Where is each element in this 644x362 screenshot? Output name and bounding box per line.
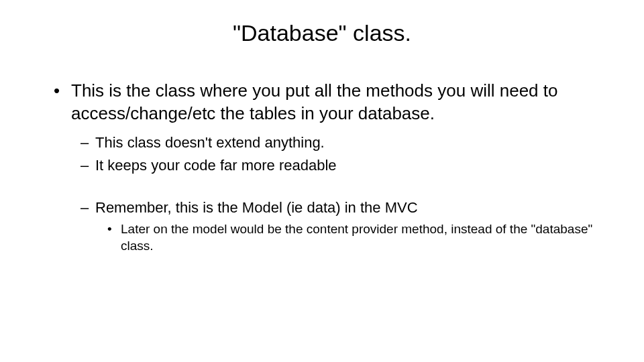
bullet-main: This is the class where you put all the … — [54, 80, 604, 125]
slide-title: "Database" class. — [40, 20, 604, 46]
spacer — [40, 180, 604, 198]
bullet-subsub-1: Later on the model would be the content … — [107, 221, 604, 254]
bullet-sub-3: Remember, this is the Model (ie data) in… — [80, 198, 604, 218]
bullet-sub-2: It keeps your code far more readable — [80, 156, 604, 176]
bullet-sub-1: This class doesn't extend anything. — [80, 133, 604, 153]
